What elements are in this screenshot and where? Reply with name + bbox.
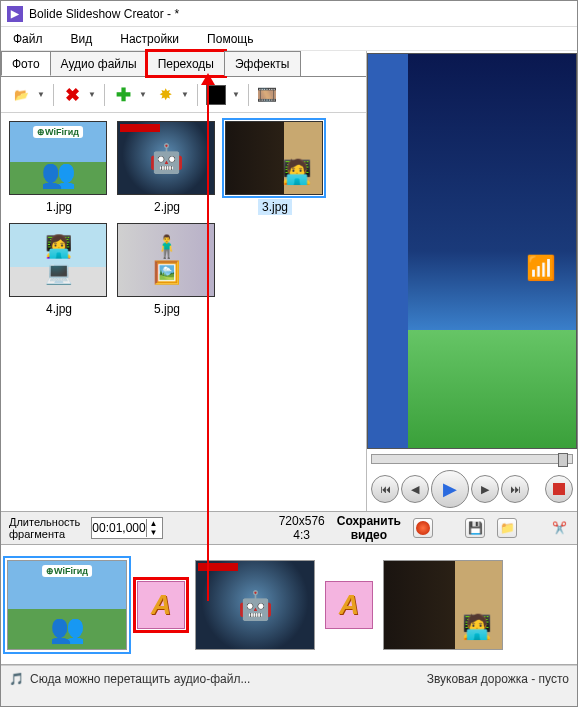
color-swatch[interactable] xyxy=(204,83,228,107)
audio-drop-hint: Сюда можно перетащить аудио-файл... xyxy=(30,672,250,686)
thumbnail-grid: 1.jpg 2.jpg 3.jpg 4.jpg 5.jpg xyxy=(1,113,366,511)
timeline-clip[interactable] xyxy=(383,560,503,650)
timeline-transition[interactable]: A xyxy=(137,581,185,629)
thumbnail-caption: 3.jpg xyxy=(258,199,292,215)
preview-viewport: 📶 xyxy=(367,53,577,449)
left-panel: Фото Аудио файлы Переходы Эффекты 📂 ▼ ✖ … xyxy=(1,51,367,511)
title-bar: ▶ Bolide Slideshow Creator - * xyxy=(1,1,577,27)
play-button[interactable]: ▶ xyxy=(431,470,469,508)
prev-button[interactable]: ◀ xyxy=(401,475,429,503)
thumbnail-caption: 4.jpg xyxy=(42,301,76,317)
timeline-transition[interactable]: A xyxy=(325,581,373,629)
timeline-clip[interactable] xyxy=(7,560,127,650)
record-button[interactable] xyxy=(413,518,433,538)
thumbnail-item[interactable]: 1.jpg xyxy=(9,121,109,215)
tab-transitions[interactable]: Переходы xyxy=(147,51,225,76)
open-folder-dropdown[interactable]: ▼ xyxy=(37,90,47,99)
output-dimensions: 720x576 4:3 xyxy=(279,514,325,543)
seek-thumb[interactable] xyxy=(558,453,568,467)
app-icon: ▶ xyxy=(7,6,23,22)
menu-help[interactable]: Помощь xyxy=(207,32,253,46)
last-button[interactable]: ⏭ xyxy=(501,475,529,503)
window-title: Bolide Slideshow Creator - * xyxy=(29,7,179,21)
stop-button[interactable] xyxy=(545,475,573,503)
menu-file[interactable]: Файл xyxy=(13,32,43,46)
add-button[interactable]: ✚ xyxy=(111,83,135,107)
tab-photo[interactable]: Фото xyxy=(1,51,51,76)
star-button[interactable]: ✸ xyxy=(153,83,177,107)
menu-view[interactable]: Вид xyxy=(71,32,93,46)
audio-track-status: Звуковая дорожка - пусто xyxy=(427,672,569,686)
timeline[interactable]: A A xyxy=(1,545,577,665)
color-dropdown[interactable]: ▼ xyxy=(232,90,242,99)
menu-bar: Файл Вид Настройки Помощь xyxy=(1,27,577,51)
tab-audio[interactable]: Аудио файлы xyxy=(50,51,148,76)
tab-strip: Фото Аудио файлы Переходы Эффекты xyxy=(1,51,366,77)
first-button[interactable]: ⏮ xyxy=(371,475,399,503)
delete-dropdown[interactable]: ▼ xyxy=(88,90,98,99)
settings-bar: Длительность фрагмента ▲▼ 720x576 4:3 Со… xyxy=(1,511,577,545)
cut-button[interactable]: ✂️ xyxy=(549,518,569,538)
fragment-duration-input[interactable] xyxy=(92,521,146,535)
star-dropdown[interactable]: ▼ xyxy=(181,90,191,99)
timeline-clip[interactable] xyxy=(195,560,315,650)
thumbnail-caption: 1.jpg xyxy=(42,199,76,215)
fragment-duration-label: Длительность фрагмента xyxy=(9,516,87,540)
preview-panel: 📶 ⏮ ◀ ▶ ▶ ⏭ xyxy=(367,51,577,511)
open-folder-button[interactable]: 📂 xyxy=(9,83,33,107)
delete-button[interactable]: ✖ xyxy=(60,83,84,107)
playback-controls: ⏮ ◀ ▶ ▶ ⏭ xyxy=(367,467,577,511)
film-button[interactable]: 🎞️ xyxy=(255,83,279,107)
thumbnail-item[interactable]: 4.jpg xyxy=(9,223,109,317)
thumbnail-item[interactable]: 5.jpg xyxy=(117,223,217,317)
save-button[interactable]: 💾 xyxy=(465,518,485,538)
photo-toolbar: 📂 ▼ ✖ ▼ ✚ ▼ ✸ ▼ ▼ 🎞️ xyxy=(1,77,366,113)
open-button[interactable]: 📁 xyxy=(497,518,517,538)
menu-settings[interactable]: Настройки xyxy=(120,32,179,46)
thumbnail-item[interactable]: 2.jpg xyxy=(117,121,217,215)
audio-track-bar[interactable]: 🎵 Сюда можно перетащить аудио-файл... Зв… xyxy=(1,665,577,691)
seek-bar[interactable] xyxy=(367,451,577,467)
thumbnail-caption: 2.jpg xyxy=(150,199,184,215)
thumbnail-caption: 5.jpg xyxy=(150,301,184,317)
fragment-duration-spinner[interactable]: ▲▼ xyxy=(91,517,163,539)
tab-effects[interactable]: Эффекты xyxy=(224,51,301,76)
add-dropdown[interactable]: ▼ xyxy=(139,90,149,99)
save-video-label: Сохранить видео xyxy=(337,514,401,543)
spinner-buttons[interactable]: ▲▼ xyxy=(146,519,160,537)
next-button[interactable]: ▶ xyxy=(471,475,499,503)
thumbnail-item[interactable]: 3.jpg xyxy=(225,121,325,215)
music-note-icon: 🎵 xyxy=(9,672,24,686)
